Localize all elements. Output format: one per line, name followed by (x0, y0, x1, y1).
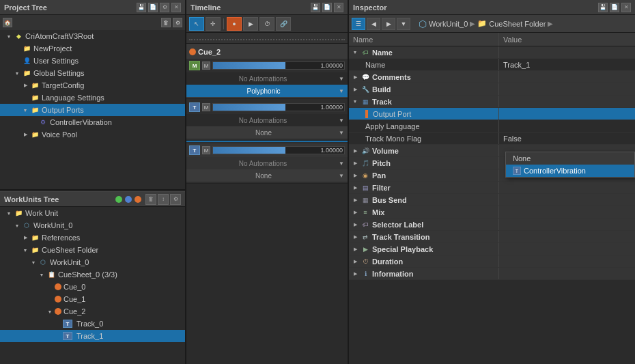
insp-fwd-btn[interactable]: ▶ (382, 18, 395, 30)
save-icon[interactable]: 💾 (137, 3, 146, 12)
tree-item-workUnit[interactable]: ▼ 📁 Work Unit (0, 207, 185, 219)
breadcrumb-folder[interactable]: CueSheet Folder (489, 20, 546, 28)
tl-track1-volume[interactable]: 1.00000 (212, 146, 345, 154)
new-icon[interactable]: 📄 (148, 3, 158, 12)
insp-prop-track-mono-flag-value-cell: False (499, 132, 635, 144)
tl-track-mode-arrow[interactable]: ▼ (338, 129, 345, 136)
tl-track1-automation-arrow[interactable]: ▼ (338, 160, 345, 167)
tree-item-cue2[interactable]: ▼ Cue_2 (0, 305, 185, 318)
tl-polyphonic-arrow[interactable]: ▼ (338, 87, 345, 94)
tl-poly-volume[interactable]: 1.00000 (212, 61, 345, 70)
insp-prop-name[interactable]: Name Track_1 (349, 59, 635, 71)
insp-section-selector-label[interactable]: ▶ 🏷 Selector Label (349, 219, 635, 231)
tree-item-references[interactable]: ▶ 📁 References (0, 232, 185, 244)
tl-link-btn[interactable]: 🔗 (276, 17, 291, 31)
tree-item-cueSheetFolder[interactable]: ▼ 📁 CueSheet Folder (0, 244, 185, 256)
tree-item-track1[interactable]: T Track_1 (0, 330, 185, 342)
insp-section-filter[interactable]: ▶ ▤ Filter (349, 182, 635, 194)
tree-item-voicePool[interactable]: ▶ 📁 Voice Pool (0, 128, 185, 141)
wunit-sort-btn[interactable]: ↕ (158, 194, 169, 205)
tree-item-workUnit0[interactable]: ▼ ⬡ WorkUnit_0 (0, 219, 185, 232)
tree-item-criAtomRoot[interactable]: ▼ ◆ CriAtomCraftV3Root (0, 30, 185, 42)
tl-track1-volume-value: 1.00000 (320, 147, 343, 154)
tree-delete-icon[interactable]: 🗑 (161, 18, 171, 27)
tree-item-outputPorts[interactable]: ▼ 📁 Output Ports (0, 104, 185, 116)
globalSettings-label: Global Settings (33, 69, 85, 77)
breadcrumb-workunit[interactable]: WorkUnit_0 (429, 20, 468, 28)
insp-mix-expand: ▶ (352, 209, 358, 216)
insp-transition-label: Track Transition (372, 233, 429, 241)
insp-section-information[interactable]: ▶ ℹ Information (349, 268, 635, 280)
tl-poly-m-badge[interactable]: M (202, 61, 210, 70)
insp-section-mix[interactable]: ▶ ≡ Mix (349, 206, 635, 219)
tl-track-automation-arrow[interactable]: ▼ (338, 117, 345, 124)
insp-duration-expand: ▶ (352, 258, 358, 265)
insp-section-track[interactable]: ▼ ▦ Track (349, 96, 635, 108)
breadcrumb: ⬡ WorkUnit_0 ▶ 📁 CueSheet Folder ▶ (419, 18, 553, 29)
tree-item-cueSheet0[interactable]: ▼ 📋 CueSheet_0 (3/3) (0, 268, 185, 281)
tl-track1-m-badge[interactable]: M (202, 146, 210, 154)
tl-track-m-badge[interactable]: M (202, 103, 210, 111)
tl-new-icon[interactable]: 📄 (322, 3, 332, 12)
tree-item-userSettings[interactable]: 👤 User Settings (0, 55, 185, 67)
tl-timer-btn[interactable]: ⏱ (259, 17, 274, 31)
tree-item-cue0[interactable]: Cue_0 (0, 281, 185, 293)
insp-prop-apply-language[interactable]: Apply Language (349, 120, 635, 132)
wunit-settings-btn[interactable]: ⚙ (170, 194, 181, 205)
insp-duration-label: Duration (372, 257, 403, 266)
settings-icon[interactable]: ⚙ (160, 3, 169, 12)
cue0-label: Cue_0 (63, 283, 85, 291)
insp-close-icon[interactable]: ✕ (621, 3, 631, 12)
tl-save-icon[interactable]: 💾 (311, 3, 320, 12)
insp-section-track-transition[interactable]: ▶ ⇄ Track Transition (349, 231, 635, 243)
tl-track-none-row[interactable]: None ▼ (186, 126, 348, 139)
insp-down-btn[interactable]: ▼ (397, 18, 410, 30)
dropdown-item-none[interactable]: None (506, 152, 634, 165)
tree-item-controllerVibration[interactable]: ⚙ ControllerVibration (0, 116, 185, 128)
tree-item-newProject[interactable]: 📁 NewProject (0, 42, 185, 55)
insp-volume-icon: 🔊 (361, 146, 370, 156)
tree-item-cue1[interactable]: Cue_1 (0, 293, 185, 305)
wunit-delete-btn[interactable]: 🗑 (145, 194, 156, 205)
tl-track-volume[interactable]: 1.00000 (212, 103, 345, 111)
tree-item-workUnit0b[interactable]: ▼ ⬡ WorkUnit_0 (0, 256, 185, 268)
insp-section-duration[interactable]: ▶ ⏱ Duration (349, 255, 635, 268)
dropdown-item-controller-vibration[interactable]: T ControllerVibration (506, 165, 634, 177)
tl-track1-none-row[interactable]: None ▼ (186, 169, 348, 182)
tl-poly-automation-arrow[interactable]: ▼ (338, 75, 345, 82)
insp-section-name[interactable]: ▼ 🏷 Name (349, 46, 635, 59)
insp-list-btn[interactable]: ☰ (352, 18, 365, 30)
insp-new-icon[interactable]: 📄 (610, 3, 619, 12)
project-tree-header: Project Tree 💾 📄 ⚙ ✕ (0, 0, 185, 15)
tl-select-btn[interactable]: ↖ (189, 17, 204, 31)
tl-play-btn[interactable]: ▶ (243, 17, 258, 31)
tree-item-globalSettings[interactable]: ▼ 📁 Global Settings (0, 67, 185, 79)
controllerVibration-icon: ⚙ (38, 117, 48, 127)
tl-move-btn[interactable]: ✛ (206, 17, 221, 31)
insp-save-icon[interactable]: 💾 (598, 3, 608, 12)
close-icon[interactable]: ✕ (171, 3, 181, 12)
tree-item-track0[interactable]: T Track_0 (0, 318, 185, 330)
tl-poly-volume-bar (213, 62, 285, 69)
tl-track-volume-value: 1.00000 (320, 104, 343, 111)
insp-section-comments[interactable]: ▶ 💬 Comments (349, 71, 635, 83)
cue1-label: Cue_1 (63, 295, 85, 303)
tl-track1-mode-arrow[interactable]: ▼ (338, 172, 345, 179)
insp-prop-output-port[interactable]: Output Port (349, 108, 635, 120)
tree-root-icon[interactable]: 🏠 (3, 18, 12, 27)
tree-settings2-icon[interactable]: ⚙ (173, 18, 182, 27)
insp-prop-name-value-cell: Track_1 (499, 59, 635, 70)
tl-close-icon[interactable]: ✕ (334, 3, 343, 12)
insp-prop-track-mono-flag[interactable]: Track Mono Flag False (349, 132, 635, 145)
dropdown-none-label: None (513, 154, 531, 163)
tree-item-targetConfig[interactable]: ▶ 📁 TargetConfig (0, 79, 185, 92)
tl-orange-btn[interactable]: ● (227, 17, 242, 31)
insp-section-special-playback[interactable]: ▶ ▶ Special Playback (349, 243, 635, 255)
insp-section-build[interactable]: ▶ 🔧 Build (349, 83, 635, 96)
insp-filter-icon: ▤ (361, 183, 370, 193)
insp-back-btn[interactable]: ◀ (367, 18, 380, 30)
insp-section-bus-send[interactable]: ▶ ▦ Bus Send (349, 194, 635, 206)
tree-item-languageSettings[interactable]: 📁 Language Settings (0, 92, 185, 104)
tl-polyphonic-row[interactable]: Polyphonic ▼ (186, 85, 348, 97)
expand-cueSheet0: ▼ (38, 271, 45, 278)
